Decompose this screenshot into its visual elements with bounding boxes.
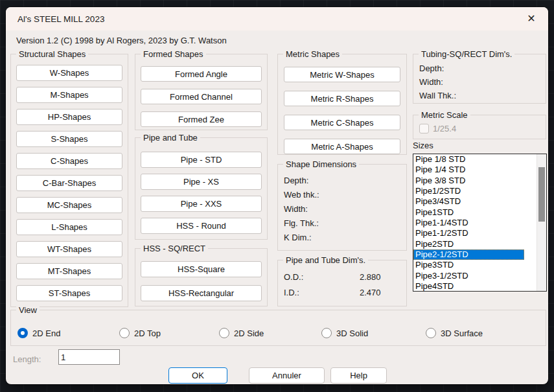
size-list-item[interactable]: Pipe 1/8 STD — [413, 154, 546, 165]
st-shapes-button[interactable]: ST-Shapes — [16, 285, 122, 301]
group-label: Tubing-SQ/RECT Dim's. — [419, 49, 514, 59]
radio-icon — [119, 328, 130, 338]
radio-3d-surface[interactable]: 3D Surface — [426, 328, 483, 338]
group-label: Metric Shapes — [283, 49, 342, 59]
dim-row-id: I.D.:2.470 — [284, 285, 406, 301]
size-list-item[interactable]: Pipe4STD — [413, 281, 546, 292]
size-list-item[interactable]: Pipe1STD — [413, 207, 546, 218]
pipe-std-button[interactable]: Pipe - STD — [141, 152, 262, 168]
version-text: Version 1.2 (C) 1998 by Al Rogers, 2023 … — [16, 36, 227, 45]
size-list-item[interactable]: Pipe3-1/2STD — [413, 271, 546, 281]
l-shapes-button[interactable]: L-Shapes — [16, 219, 122, 235]
metric-scale-checkbox[interactable] — [419, 124, 429, 133]
radio-icon — [426, 328, 436, 338]
radio-2d-top[interactable]: 2D Top — [119, 328, 161, 338]
size-list-item[interactable]: Pipe1-1/4STD — [413, 218, 546, 228]
metric-scale-checkbox-row: 1/25.4 — [419, 124, 456, 133]
sizes-scrollbar[interactable] — [537, 154, 546, 291]
sizes-listbox[interactable]: Pipe 1/8 STD Pipe 1/4 STD Pipe 3/8 STD P… — [413, 154, 547, 292]
size-list-item[interactable]: Pipe 3/8 STD — [413, 176, 546, 186]
length-input[interactable] — [58, 349, 120, 365]
radio-2d-end[interactable]: 2D End — [17, 328, 60, 338]
radio-icon — [17, 328, 28, 338]
hss-rectangular-button[interactable]: HSS-Rectangular — [141, 285, 262, 301]
s-shapes-button[interactable]: S-Shapes — [16, 131, 122, 147]
dim-row-od: O.D.:2.880 — [284, 270, 406, 285]
hss-round-button[interactable]: HSS - Round — [141, 218, 262, 234]
hss-square-button[interactable]: HSS-Square — [141, 261, 262, 277]
titlebar[interactable]: Al's STEEL MILL 2023 ✕ — [6, 7, 548, 30]
pipe-tube-dims-group: Pipe and Tube Dim's. O.D.:2.880 I.D.:2.4… — [277, 260, 407, 306]
shape-dimensions-group: Shape Dimensions Depth: Web thk.: Width:… — [277, 164, 407, 251]
pipe-xxs-button[interactable]: Pipe - XXS — [141, 196, 262, 212]
view-group: View 2D End 2D Top 2D Side 3D Solid 3D S… — [10, 310, 546, 346]
pipe-xs-button[interactable]: Pipe - XS — [141, 174, 262, 190]
size-list-item-selected[interactable]: Pipe2-1/2STD — [413, 249, 524, 260]
group-label: Structural Shapes — [16, 49, 88, 59]
size-list-item[interactable]: Pipe3/4STD — [413, 196, 546, 207]
radio-icon — [321, 328, 332, 338]
group-label: Pipe and Tube Dim's. — [283, 255, 368, 265]
dim-row-kdim: K Dim.: — [284, 231, 406, 245]
group-label: Formed Shapes — [141, 49, 206, 59]
metric-w-shapes-button[interactable]: Metric W-Shapes — [284, 67, 400, 82]
sizes-label: Sizes — [413, 141, 433, 150]
structural-shapes-group: Structural Shapes W-Shapes M-Shapes HP-S… — [10, 54, 128, 307]
metric-scale-group: Metric Scale 1/25.4 — [413, 115, 546, 139]
group-label: Metric Scale — [419, 110, 470, 120]
dim-row-depth: Depth: — [419, 62, 546, 75]
mc-shapes-button[interactable]: MC-Shapes — [16, 197, 122, 213]
od-value: 2.880 — [360, 270, 381, 285]
size-list-item[interactable]: Pipe3STD — [413, 260, 546, 270]
metric-a-shapes-button[interactable]: Metric A-Shapes — [284, 139, 400, 154]
dim-row-depth: Depth: — [284, 174, 406, 188]
cancel-button[interactable]: Annuler — [249, 367, 325, 384]
group-label: Pipe and Tube — [141, 133, 200, 143]
metric-scale-checkbox-label: 1/25.4 — [433, 124, 456, 133]
w-shapes-button[interactable]: W-Shapes — [16, 65, 122, 81]
formed-shapes-group: Formed Shapes Formed Angle Formed Channe… — [135, 54, 268, 130]
size-list-item[interactable]: Pipe 1/4 STD — [413, 165, 546, 175]
c-bar-shapes-button[interactable]: C-Bar-Shapes — [16, 175, 122, 191]
dim-row-width: Width: — [419, 75, 546, 89]
help-button[interactable]: Help — [330, 367, 387, 384]
m-shapes-button[interactable]: M-Shapes — [16, 87, 122, 103]
ok-button[interactable]: OK — [168, 367, 227, 384]
formed-channel-button[interactable]: Formed Channel — [141, 89, 262, 104]
dim-row-wallthk: Wall Thk.: — [419, 89, 546, 102]
close-icon[interactable]: ✕ — [525, 13, 537, 25]
radio-2d-side[interactable]: 2D Side — [219, 328, 264, 338]
group-label: HSS - SQ/RECT — [141, 244, 208, 253]
length-label: Length: — [13, 354, 41, 364]
window-title: Al's STEEL MILL 2023 — [17, 14, 104, 24]
sizes-scrollbar-thumb[interactable] — [538, 167, 545, 222]
dim-row-flgthk: Flg. Thk.: — [284, 216, 406, 231]
radio-icon — [219, 328, 229, 338]
metric-r-shapes-button[interactable]: Metric R-Shapes — [284, 91, 400, 106]
dim-row-webthk: Web thk.: — [284, 188, 406, 202]
mt-shapes-button[interactable]: MT-Shapes — [16, 263, 122, 279]
c-shapes-button[interactable]: C-Shapes — [16, 153, 122, 169]
group-label: Shape Dimensions — [283, 159, 359, 169]
hss-sqrect-group: HSS - SQ/RECT HSS-Square HSS-Rectangular — [135, 248, 268, 306]
size-list-item[interactable]: Pipe1-1/2STD — [413, 228, 546, 238]
size-list-item[interactable]: Pipe1/2STD — [413, 186, 546, 196]
radio-3d-solid[interactable]: 3D Solid — [321, 328, 368, 338]
metric-c-shapes-button[interactable]: Metric C-Shapes — [284, 115, 400, 130]
group-label: View — [16, 305, 40, 315]
steel-mill-dialog: Al's STEEL MILL 2023 ✕ Version 1.2 (C) 1… — [6, 7, 548, 384]
metric-shapes-group: Metric Shapes Metric W-Shapes Metric R-S… — [277, 54, 407, 155]
formed-angle-button[interactable]: Formed Angle — [141, 66, 262, 82]
size-list-item[interactable]: Pipe2STD — [413, 239, 546, 249]
dim-row-width: Width: — [284, 202, 406, 216]
id-value: 2.470 — [360, 285, 381, 301]
formed-zee-button[interactable]: Formed Zee — [141, 111, 262, 127]
pipe-and-tube-group: Pipe and Tube Pipe - STD Pipe - XS Pipe … — [135, 137, 268, 240]
tubing-sqrect-dims-group: Tubing-SQ/RECT Dim's. Depth: Width: Wall… — [413, 54, 546, 104]
hp-shapes-button[interactable]: HP-Shapes — [16, 109, 122, 125]
wt-shapes-button[interactable]: WT-Shapes — [16, 241, 122, 257]
